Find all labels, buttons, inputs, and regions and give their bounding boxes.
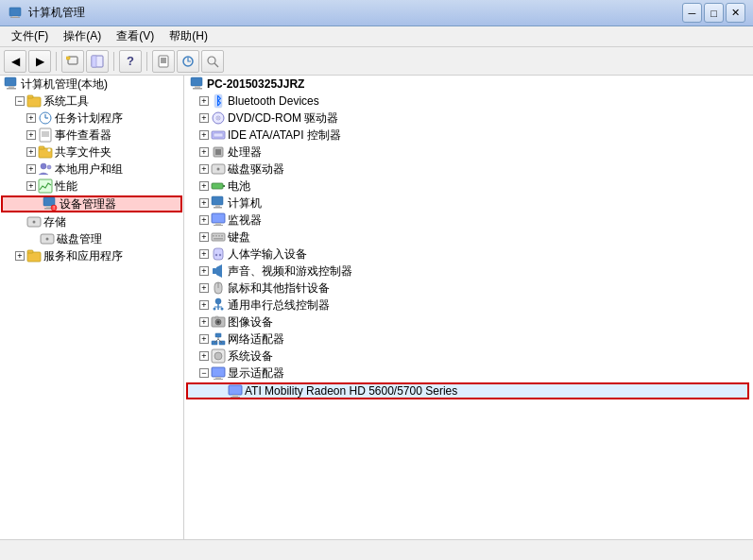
maximize-button[interactable]: □ [704,3,724,23]
forward-button[interactable]: ▶ [28,50,51,73]
monitors-item[interactable]: + 监视器 [184,212,753,229]
ide-item[interactable]: + IDE ATA/ATAPI 控制器 [184,127,753,144]
mouse-expand[interactable]: + [199,283,209,293]
network-item[interactable]: + 网络适配器 [184,331,753,348]
svg-point-52 [217,117,219,119]
shared-expand[interactable]: + [26,147,36,157]
menu-action[interactable]: 操作(A) [56,26,109,46]
services-expand[interactable]: + [15,251,25,261]
display-adapters-label: 显示适配器 [228,365,284,382]
display-adapters-item[interactable]: − 显示适配器 [184,365,753,382]
menu-file[interactable]: 文件(F) [4,26,56,46]
sys-tools-expand[interactable]: − [15,96,25,106]
processor-item[interactable]: + 处理器 [184,144,753,161]
display-expand[interactable]: − [199,368,209,378]
svg-rect-72 [221,235,223,237]
dvdrom-expand[interactable]: + [199,113,209,123]
properties-button[interactable] [152,50,175,73]
menu-view[interactable]: 查看(V) [109,26,162,46]
toolbar: ◀ ▶ ? [0,47,753,76]
device-manager-node[interactable]: ! 设备管理器 [1,195,182,212]
help-button[interactable]: ? [119,50,142,73]
event-viewer-node[interactable]: + 事件查看器 [0,127,183,144]
hid-expand[interactable]: + [199,249,209,259]
imaging-icon [211,314,226,330]
close-button[interactable]: ✕ [726,3,745,23]
disk-expand[interactable]: + [199,164,209,174]
usb-label: 通用串行总线控制器 [228,297,330,314]
system-expand[interactable]: + [199,351,209,361]
network-expand[interactable]: + [199,334,209,344]
performance-node[interactable]: + 性能 [0,178,183,195]
battery-expand[interactable]: + [199,181,209,191]
monitors-expand[interactable]: + [199,215,209,225]
disk-mgmt-node[interactable]: 磁盘管理 [0,230,183,247]
right-root-label: PC-20150325JJRZ [207,77,304,91]
system-dev-label: 系统设备 [228,348,273,365]
task-expand[interactable]: + [26,113,36,123]
right-root[interactable]: PC-20150325JJRZ [184,76,753,93]
users-expand[interactable]: + [26,164,36,174]
sound-item[interactable]: + 声音、视频和游戏控制器 [184,263,753,280]
bluetooth-expand[interactable]: + [199,96,209,106]
disk-drives-item[interactable]: + 磁盘驱动器 [184,161,753,178]
hid-item[interactable]: + 人体学输入设备 [184,246,753,263]
svg-rect-47 [193,88,202,90]
shared-folders-node[interactable]: + 共享文件夹 [0,144,183,161]
svg-rect-64 [214,207,222,209]
ati-item[interactable]: ATI Mobility Radeon HD 5600/5700 Series [186,382,749,399]
back-button[interactable]: ◀ [4,50,26,73]
disk-drive-icon [211,161,226,177]
storage-label: 存储 [43,214,66,230]
storage-node[interactable]: 存储 [0,213,183,230]
computer-dev-icon [211,195,226,211]
system-dev-item[interactable]: + 系统设备 [184,348,753,365]
show-hide-btn[interactable] [86,50,109,73]
imaging-expand[interactable]: + [199,317,209,327]
task-scheduler-node[interactable]: + 任务计划程序 [0,110,183,127]
left-root[interactable]: 计算机管理(本地) [0,76,183,93]
usb-expand[interactable]: + [199,300,209,310]
proc-expand[interactable]: + [199,147,209,157]
up-button[interactable] [61,50,84,73]
svg-rect-69 [213,235,214,237]
scan-button[interactable] [201,50,224,73]
usb-item[interactable]: + 通用串行总线控制器 [184,297,753,314]
network-label: 网络适配器 [228,331,284,348]
mouse-item[interactable]: + 鼠标和其他指针设备 [184,280,753,297]
menu-help[interactable]: 帮助(H) [162,26,215,46]
event-expand[interactable]: + [26,130,36,140]
battery-item[interactable]: + 电池 [184,178,753,195]
computer-item[interactable]: + 计算机 [184,195,753,212]
keyboard-item[interactable]: + 键盘 [184,229,753,246]
bluetooth-item[interactable]: + ᛒ Bluetooth Devices [184,93,753,110]
minimize-button[interactable]: ─ [682,3,702,23]
device-manager-icon: ! [43,196,58,212]
separator-2 [113,52,114,71]
ide-expand[interactable]: + [199,130,209,140]
separator-3 [146,52,147,71]
perf-expand[interactable]: + [26,181,36,191]
local-users-node[interactable]: + 本地用户和组 [0,161,183,178]
ide-label: IDE ATA/ATAPI 控制器 [228,127,341,144]
services-node[interactable]: + 服务和应用程序 [0,247,183,264]
sys-tools-icon [26,93,42,109]
imaging-item[interactable]: + 图像设备 [184,314,753,331]
window-controls[interactable]: ─ □ ✕ [682,3,745,23]
monitors-label: 监视器 [228,212,262,229]
computer-expand[interactable]: + [199,198,209,208]
svg-rect-6 [92,56,96,67]
svg-point-83 [214,308,216,311]
svg-rect-60 [212,183,223,189]
disk-drives-label: 磁盘驱动器 [228,161,284,178]
dvdrom-label: DVD/CD-ROM 驱动器 [228,110,338,127]
sound-expand[interactable]: + [199,266,209,276]
update-button[interactable] [177,50,199,73]
dvdrom-item[interactable]: + DVD/CD-ROM 驱动器 [184,110,753,127]
keyboard-expand[interactable]: + [199,232,209,242]
computer-dev-label: 计算机 [228,195,262,212]
svg-rect-67 [214,225,223,226]
sys-tools-node[interactable]: − 系统工具 [0,93,183,110]
svg-point-84 [221,308,224,311]
left-root-label: 计算机管理(本地) [21,76,108,93]
